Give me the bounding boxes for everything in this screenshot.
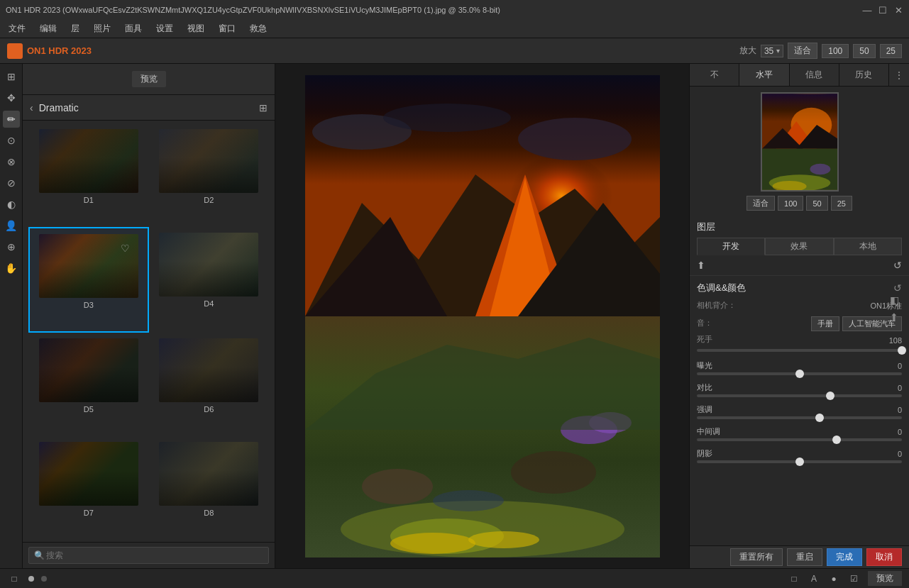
bottom-circle-icon[interactable]: ●: [827, 572, 841, 586]
canvas-area[interactable]: [275, 64, 689, 568]
right-panel-edge-icon-bottom[interactable]: ⬆: [890, 311, 899, 323]
layer-tab-develop[interactable]: 开发: [697, 238, 765, 255]
preview-100-button[interactable]: 100: [778, 196, 803, 211]
titlebar-title: ON1 HDR 2023 (OWxwaUFQcEsvZ2tKSWNZMmtJWX…: [6, 6, 500, 14]
menu-edit[interactable]: 编辑: [34, 21, 62, 36]
preset-item-d2[interactable]: D2: [149, 123, 270, 227]
exposure-slider[interactable]: [697, 372, 902, 375]
bottom-check-icon[interactable]: ☑: [847, 572, 861, 586]
color-tone-reset-icon[interactable]: ↺: [893, 282, 902, 294]
hand-tool[interactable]: ✋: [3, 260, 20, 277]
cancel-button[interactable]: 取消: [866, 548, 902, 566]
reset-button[interactable]: 重启: [787, 548, 822, 566]
shadows-slider[interactable]: [697, 460, 902, 463]
right-panel-settings-icon[interactable]: ⋮: [889, 64, 909, 86]
tab-horizontal[interactable]: 水平: [739, 64, 789, 86]
menu-photo[interactable]: 照片: [88, 21, 116, 36]
zoom-tool[interactable]: ⊕: [3, 238, 20, 255]
search-input[interactable]: [28, 547, 269, 564]
app-name: ON1 HDR 2023: [27, 45, 92, 56]
minimize-button[interactable]: —: [862, 5, 872, 15]
gradient-tool[interactable]: ◐: [3, 196, 20, 213]
preview-25-button[interactable]: 25: [831, 196, 852, 211]
paint-tool[interactable]: ⊘: [3, 174, 20, 192]
preset-label-d5: D5: [84, 405, 94, 414]
menu-help[interactable]: 救急: [244, 21, 272, 36]
clone-tool[interactable]: ⊙: [3, 132, 20, 149]
layer-tab-local[interactable]: 本地: [834, 238, 902, 255]
preset-item-d3[interactable]: ♡ D3: [28, 227, 149, 333]
preset-thumb-d8: [159, 442, 258, 506]
tab-history[interactable]: 历史: [839, 64, 889, 86]
highlights-slider[interactable]: [697, 416, 902, 419]
menu-view[interactable]: 视图: [182, 21, 210, 36]
midtones-slider[interactable]: [697, 438, 902, 441]
favorite-icon[interactable]: ♡: [121, 243, 130, 254]
menu-layer[interactable]: 层: [65, 21, 85, 36]
shadows-label: 阴影: [697, 448, 712, 459]
left-tools-panel: ⊞ ✥ ✏ ⊙ ⊗ ⊘ ◐ 👤 ⊕ ✋: [0, 64, 23, 568]
contrast-slider[interactable]: [697, 394, 902, 397]
close-button[interactable]: ✕: [893, 5, 903, 15]
shadows-slider-thumb[interactable]: [795, 457, 804, 466]
contrast-slider-thumb[interactable]: [826, 392, 834, 400]
search-bar: 🔍: [23, 542, 275, 568]
preset-item-d4[interactable]: D4: [149, 227, 270, 333]
preset-item-d6[interactable]: D6: [149, 333, 270, 436]
transform-tool[interactable]: ✥: [3, 89, 20, 106]
midtones-value: 0: [898, 428, 902, 436]
zoom-fit-button[interactable]: 适合: [788, 43, 817, 59]
bottom-dot-inactive: [41, 576, 47, 582]
back-arrow-icon[interactable]: ‹: [30, 102, 33, 113]
retouch-tool[interactable]: ✏: [3, 111, 20, 128]
preview-button[interactable]: 预览: [132, 71, 166, 87]
preset-item-d8[interactable]: D8: [149, 436, 270, 540]
midtones-slider-thumb[interactable]: [832, 436, 841, 444]
menu-file[interactable]: 文件: [3, 21, 31, 36]
reset-layer-icon[interactable]: ↺: [893, 260, 902, 271]
manual-button[interactable]: 手册: [811, 316, 839, 331]
tab-info[interactable]: 信息: [790, 64, 839, 86]
reset-all-button[interactable]: 重置所有: [730, 548, 783, 566]
maximize-button[interactable]: ☐: [878, 5, 888, 15]
done-button[interactable]: 完成: [827, 548, 862, 566]
menu-settings[interactable]: 设置: [150, 21, 179, 36]
preset-label-d7: D7: [84, 509, 94, 517]
crop-tool[interactable]: ⊞: [3, 68, 20, 85]
export-layer-icon[interactable]: ⬆: [697, 260, 705, 271]
tab-none[interactable]: 不: [690, 64, 739, 86]
layers-section: 图层 开发 效果 本地 ⬆ ↺: [690, 216, 909, 276]
preview-fit-button[interactable]: 适合: [747, 196, 775, 211]
highlights-slider-thumb[interactable]: [815, 414, 824, 422]
preset-item-d1[interactable]: D1: [28, 123, 149, 227]
zoom-100-button[interactable]: 100: [822, 44, 849, 58]
zoom-25-button[interactable]: 25: [880, 44, 902, 58]
highlights-row: 强调 0: [697, 404, 902, 419]
bottom-text-icon[interactable]: A: [807, 572, 821, 586]
preset-item-d5[interactable]: D5: [28, 333, 149, 436]
color-tone-title: 色调&&颜色: [697, 282, 746, 294]
right-panel-edge-icon-top[interactable]: ◧: [890, 294, 899, 306]
menu-window[interactable]: 窗口: [213, 21, 241, 36]
midtones-row: 中间调 0: [697, 426, 902, 441]
preset-item-d7[interactable]: D7: [28, 436, 149, 540]
zoom-50-button[interactable]: 50: [853, 44, 875, 58]
preview-zoom-row: 适合 100 50 25: [747, 196, 852, 211]
bottom-square-icon[interactable]: □: [787, 572, 801, 586]
menu-mask[interactable]: 面具: [119, 21, 148, 36]
grid-view-button[interactable]: ⊞: [259, 102, 268, 113]
bottom-preview-button[interactable]: 预览: [868, 571, 902, 586]
window-controls[interactable]: — ☐ ✕: [862, 5, 903, 15]
opacity-slider-thumb[interactable]: [898, 346, 906, 355]
bottom-icon-left1[interactable]: □: [7, 572, 21, 586]
zoom-dropdown-icon[interactable]: ▾: [776, 47, 780, 55]
preview-50-button[interactable]: 50: [806, 196, 827, 211]
people-tool[interactable]: 👤: [3, 217, 20, 234]
preset-label-d2: D2: [204, 196, 214, 204]
exposure-slider-thumb[interactable]: [795, 370, 804, 378]
healing-tool[interactable]: ⊗: [3, 153, 20, 170]
svg-point-18: [383, 104, 511, 132]
layer-tab-effects[interactable]: 效果: [765, 238, 833, 255]
preset-grid: D1 D2 ♡ D3 D4: [23, 121, 275, 542]
opacity-slider[interactable]: [697, 349, 902, 352]
